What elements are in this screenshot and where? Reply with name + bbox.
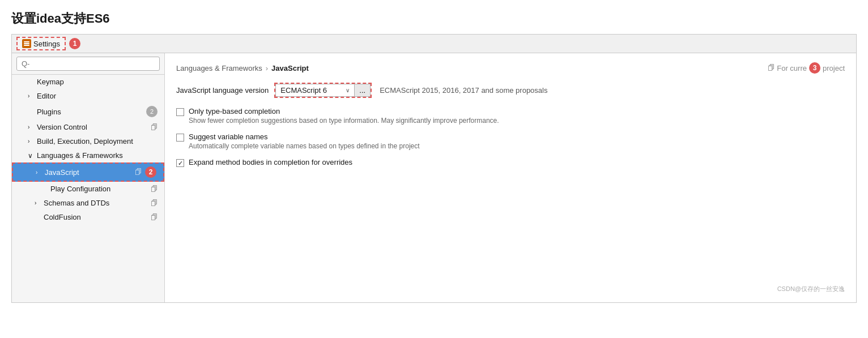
sidebar-item-label: Version Control (37, 123, 151, 131)
dropdown-value: ECMAScript 6 (280, 86, 342, 95)
play-config-icon: 🗍 (151, 185, 158, 193)
sidebar-item-label: Schemas and DTDs (44, 199, 151, 207)
settings-tab[interactable]: Settings (16, 37, 66, 50)
settings-tab-label: Settings (33, 40, 60, 48)
breadcrumb-for-project: 🗍 For curre 3 project (768, 62, 845, 74)
badge-2: 2 (145, 166, 156, 178)
dropdown-chevron-icon: ∨ (346, 87, 350, 93)
javascript-icon: 🗍 (135, 168, 142, 176)
sidebar-item-languages[interactable]: ∨ Languages & Frameworks (12, 148, 164, 162)
chevron-build: › (28, 138, 35, 144)
checkbox-sublabel-variable-names: Automatically complete variable names ba… (189, 142, 420, 150)
sidebar-item-label: Build, Execution, Deployment (37, 137, 158, 146)
for-project-suffix: project (823, 64, 845, 72)
chevron-schemas: › (35, 200, 41, 206)
footer-watermark: CSDN@仅存的一丝安逸 (176, 279, 845, 293)
sidebar: Keymap › Editor Plugins 2 › Version Cont… (12, 53, 165, 302)
language-version-label: JavaScript language version (176, 86, 269, 95)
chevron-version-control: › (28, 124, 35, 130)
page-title: 设置idea支持ES6 (0, 0, 868, 34)
tab-badge-1: 1 (69, 38, 80, 49)
sidebar-item-keymap[interactable]: Keymap (12, 75, 164, 89)
chevron-languages: ∨ (28, 152, 35, 160)
ecma-dropdown[interactable]: ECMAScript 6 ∨ (275, 84, 355, 97)
sidebar-items: Keymap › Editor Plugins 2 › Version Cont… (12, 75, 164, 302)
badge-3: 3 (809, 62, 820, 74)
dropdown-group: ECMAScript 6 ∨ ... (274, 83, 372, 98)
breadcrumb-parent: Languages & Frameworks (176, 64, 262, 72)
breadcrumb-current: JavaScript (271, 64, 309, 72)
settings-tab-icon (22, 39, 31, 48)
right-panel: Languages & Frameworks › JavaScript 🗍 Fo… (165, 53, 856, 302)
plugins-badge: 2 (146, 106, 158, 117)
sidebar-item-label: Keymap (37, 78, 158, 86)
sidebar-item-javascript[interactable]: › JavaScript 🗍 2 (12, 162, 164, 182)
language-version-row: JavaScript language version ECMAScript 6… (176, 83, 845, 98)
checkbox-sublabel-type-based: Show fewer completion suggestions based … (189, 117, 499, 125)
svg-rect-2 (24, 43, 29, 44)
checkbox-row-variable-names: Suggest variable names Automatically com… (176, 132, 845, 150)
checkmark-icon: ✓ (178, 160, 183, 167)
sidebar-item-label: Plugins (37, 108, 146, 116)
sidebar-item-label: Editor (37, 92, 158, 100)
checkbox-type-based[interactable] (176, 108, 184, 116)
sidebar-item-version-control[interactable]: › Version Control 🗍 (12, 120, 164, 134)
main-content: Keymap › Editor Plugins 2 › Version Cont… (12, 53, 856, 302)
dropdown-dots-btn[interactable]: ... (355, 84, 371, 97)
sidebar-item-play-config[interactable]: Play Configuration 🗍 (12, 182, 164, 196)
version-control-icon: 🗍 (151, 123, 158, 131)
checkbox-label-type-based: Only type-based completion (189, 107, 499, 115)
coldfusion-icon: 🗍 (151, 213, 158, 221)
breadcrumb: Languages & Frameworks › JavaScript 🗍 Fo… (176, 62, 845, 74)
breadcrumb-separator: › (266, 64, 268, 72)
sidebar-item-schemas[interactable]: › Schemas and DTDs 🗍 (12, 196, 164, 210)
version-description: ECMAScript 2015, 2016, 2017 and some pro… (380, 86, 547, 95)
svg-rect-1 (24, 41, 29, 42)
svg-rect-3 (24, 45, 29, 46)
checkbox-content-expand-method: Expand method bodies in completion for o… (189, 158, 352, 166)
sidebar-item-editor[interactable]: › Editor (12, 89, 164, 103)
checkbox-content-variable-names: Suggest variable names Automatically com… (189, 132, 420, 150)
checkbox-label-variable-names: Suggest variable names (189, 132, 420, 141)
schemas-icon: 🗍 (151, 199, 158, 207)
sidebar-item-plugins[interactable]: Plugins 2 (12, 103, 164, 120)
chevron-javascript: › (36, 169, 42, 176)
checkbox-row-expand-method: ✓ Expand method bodies in completion for… (176, 158, 845, 167)
sidebar-item-label: Play Configuration (50, 185, 151, 193)
checkbox-expand-method[interactable]: ✓ (176, 159, 184, 167)
for-project-icon: 🗍 (768, 64, 775, 72)
checkbox-content-type-based: Only type-based completion Show fewer co… (189, 107, 499, 125)
checkbox-variable-names[interactable] (176, 134, 184, 142)
chevron-editor: › (28, 93, 35, 99)
title-bar: Settings 1 (12, 35, 856, 53)
sidebar-item-label: Languages & Frameworks (37, 151, 158, 160)
search-input[interactable] (16, 57, 160, 71)
dialog-container: Settings 1 Keymap › Editor Plug (11, 34, 857, 303)
checkbox-label-expand-method: Expand method bodies in completion for o… (189, 158, 352, 166)
search-box (12, 53, 164, 75)
sidebar-item-label: JavaScript (45, 168, 135, 177)
sidebar-item-label: ColdFusion (44, 213, 151, 221)
sidebar-item-build[interactable]: › Build, Execution, Deployment (12, 134, 164, 148)
checkbox-row-type-based: Only type-based completion Show fewer co… (176, 107, 845, 125)
sidebar-item-coldfusion[interactable]: ColdFusion 🗍 (12, 210, 164, 224)
for-project-prefix: For curre (777, 64, 807, 72)
